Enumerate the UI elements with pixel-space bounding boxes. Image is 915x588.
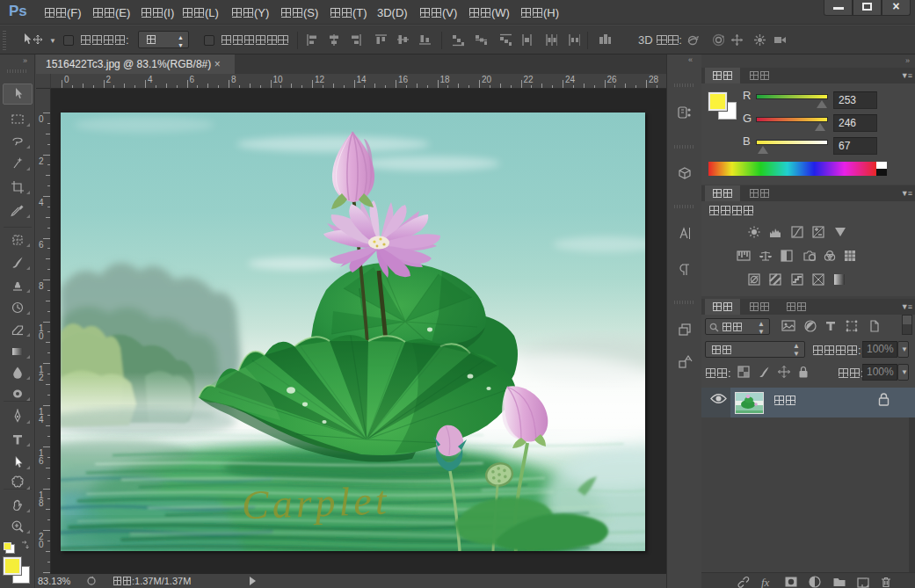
svg-text:Carplet: Carplet (241, 477, 390, 527)
svg-text:fx: fx (761, 576, 770, 588)
